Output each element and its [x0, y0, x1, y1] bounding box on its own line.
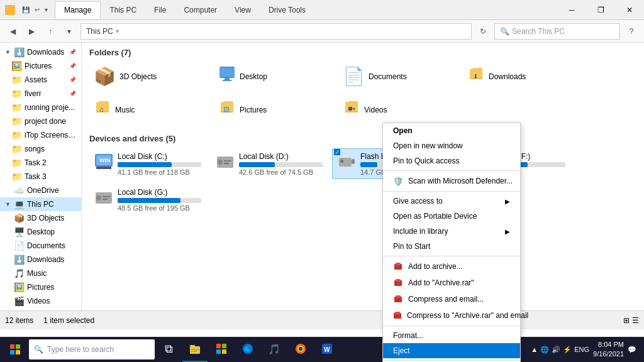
- ctx-format[interactable]: Format...: [383, 328, 520, 343]
- tab-this-pc[interactable]: This PC: [101, 1, 145, 19]
- grid-view-icon[interactable]: ⊞: [623, 316, 630, 325]
- taskbar-edge[interactable]: [235, 337, 260, 362]
- ctx-compress-rar-email[interactable]: Compress to "Archive.rar" and email: [383, 307, 520, 324]
- taskbar-file-explorer[interactable]: [182, 337, 208, 362]
- list-view-icon[interactable]: ☰: [632, 316, 639, 325]
- ctx-format-label: Format...: [393, 331, 423, 340]
- ctx-scan-defender[interactable]: 🛡️ Scan with Microsoft Defender...: [383, 173, 520, 189]
- ctx-include-library[interactable]: Include in library ▶: [383, 224, 520, 239]
- sidebar-item-label: project done: [25, 117, 66, 126]
- ctx-eject[interactable]: Eject: [383, 343, 520, 358]
- ctx-pin-quick[interactable]: Pin to Quick access: [383, 153, 520, 168]
- close-button[interactable]: ✕: [615, 0, 644, 20]
- sidebar-item-pictures2[interactable]: 🖼️ Pictures: [0, 280, 81, 294]
- address-path[interactable]: This PC ▾: [80, 23, 472, 40]
- tab-manage[interactable]: Manage: [55, 1, 101, 19]
- drive-bar-fill-d: [239, 162, 275, 167]
- folder-item-downloads[interactable]: ⬇ Downloads: [463, 62, 582, 90]
- ctx-open[interactable]: Open: [383, 123, 520, 138]
- ctx-compress-email[interactable]: Compress and email...: [383, 291, 520, 307]
- sidebar-item-this-pc[interactable]: ▼ 💻 This PC: [0, 197, 81, 211]
- folder-item-desktop[interactable]: Desktop: [214, 62, 333, 90]
- folder-item-pictures[interactable]: 🖼 Pictures: [214, 96, 333, 124]
- drive-item-c[interactable]: WIN Local Disk (C:) 41.1 GB free of 118 …: [89, 148, 206, 179]
- sidebar-item-assets[interactable]: 📁 Assets 📌: [0, 73, 81, 87]
- sidebar-item-music[interactable]: 🎵 Music: [0, 266, 81, 280]
- sidebar-item-label: Downloads: [27, 255, 64, 264]
- content-area: Folders (7) 📦 3D Objects Desktop 📄 Docum…: [82, 43, 644, 310]
- qa-dropdown[interactable]: ▾: [43, 6, 50, 14]
- back-button[interactable]: ◀: [5, 24, 20, 39]
- taskbar-task-view[interactable]: ⧉: [156, 337, 181, 362]
- folder-item-music[interactable]: ♫ Music: [89, 96, 209, 124]
- taskbar-music[interactable]: 🎵: [262, 337, 287, 362]
- ctx-add-archive-rar[interactable]: Add to "Archive.rar": [383, 275, 520, 291]
- sidebar-item-project-done[interactable]: 📁 project done: [0, 114, 81, 128]
- svg-rect-41: [190, 345, 195, 348]
- sidebar-item-running-proje[interactable]: 📁 running proje...: [0, 101, 81, 114]
- sidebar-item-downloads[interactable]: ▼ ⬇️ Downloads 📌: [0, 45, 81, 59]
- refresh-button[interactable]: ↻: [475, 24, 491, 39]
- recent-button[interactable]: ▾: [62, 24, 77, 39]
- folder-item-documents[interactable]: 📄 Documents: [338, 62, 458, 90]
- drive-item-d[interactable]: Local Disk (D:) 42.6 GB free of 74.5 GB: [211, 148, 327, 179]
- folder-icon: 📄: [14, 241, 25, 251]
- drives-grid: WIN Local Disk (C:) 41.1 GB free of 118 …: [89, 148, 636, 215]
- notification-icon[interactable]: 💬: [628, 346, 636, 354]
- folder-name-downloads: Downloads: [489, 72, 526, 81]
- ctx-open-portable[interactable]: Open as Portable Device: [383, 209, 520, 224]
- help-button[interactable]: ?: [624, 24, 639, 39]
- qa-save[interactable]: 💾: [20, 6, 31, 14]
- ctx-pin-start[interactable]: Pin to Start: [383, 239, 520, 254]
- volume-icon[interactable]: 🔊: [552, 346, 560, 354]
- ctx-arrow-give-access: ▶: [505, 198, 510, 205]
- taskbar-firefox[interactable]: [288, 337, 313, 362]
- search-box[interactable]: 🔍 Search This PC: [494, 23, 620, 40]
- up-button[interactable]: ↑: [43, 24, 58, 39]
- sidebar-item-downloads2[interactable]: ⬇️ Downloads: [0, 253, 81, 266]
- svg-rect-18: [352, 159, 355, 164]
- sidebar-item-pictures[interactable]: 🖼️ Pictures 📌: [0, 59, 81, 73]
- sidebar-item-task3[interactable]: 📁 Task 3: [0, 170, 81, 184]
- sidebar-item-fiverr[interactable]: 📁 fiverr 📌: [0, 87, 81, 101]
- start-button[interactable]: [3, 337, 28, 362]
- tab-computer[interactable]: Computer: [175, 1, 226, 19]
- taskbar-search[interactable]: 🔍 Type here to search: [29, 339, 155, 359]
- taskbar-store[interactable]: [209, 337, 234, 362]
- tab-file[interactable]: File: [145, 1, 175, 19]
- restore-button[interactable]: ❐: [586, 0, 615, 20]
- sidebar-item-itop[interactable]: 📁 iTop Screenshot: [0, 128, 81, 142]
- tab-view[interactable]: View: [226, 1, 260, 19]
- sidebar-item-desktop[interactable]: 🖥️ Desktop: [0, 225, 81, 239]
- ctx-add-archive[interactable]: Add to archive...: [383, 258, 520, 275]
- sidebar-item-onedrive[interactable]: ☁️ OneDrive: [0, 184, 81, 197]
- forward-button[interactable]: ▶: [24, 24, 39, 39]
- minimize-button[interactable]: ─: [557, 0, 586, 20]
- ctx-eject-label: Eject: [393, 346, 410, 355]
- ctx-open-new-window[interactable]: Open in new window: [383, 138, 520, 153]
- sidebar-item-3d[interactable]: 📦 3D Objects: [0, 211, 81, 225]
- ctx-give-access[interactable]: Give access to ▶: [383, 194, 520, 209]
- folder-item-videos[interactable]: Videos: [338, 96, 458, 124]
- sidebar-item-task2[interactable]: 📁 Task 2: [0, 156, 81, 170]
- tab-drive-tools[interactable]: Drive Tools: [260, 1, 314, 19]
- sidebar-item-local-c[interactable]: 💻 Local Disk (C:): [0, 308, 81, 310]
- sidebar-item-label: OneDrive: [27, 186, 59, 195]
- sidebar-item-documents[interactable]: 📄 Documents: [0, 239, 81, 253]
- sidebar-item-songs[interactable]: 📁 songs: [0, 142, 81, 156]
- folder-icon-desktop: [218, 65, 236, 87]
- taskbar-word[interactable]: W: [314, 337, 340, 362]
- ctx-sep-4: [383, 326, 520, 326]
- ctx-include-library-label: Include in library: [393, 227, 448, 236]
- qa-undo[interactable]: ↩: [33, 6, 42, 14]
- folder-item-3d[interactable]: 📦 3D Objects: [89, 62, 209, 90]
- archive-icon-4: [393, 310, 402, 321]
- taskbar-clock[interactable]: 8:04 PM 9/16/2021: [593, 340, 624, 359]
- archive-icon-1: [393, 261, 403, 272]
- sidebar-item-label: 3D Objects: [27, 214, 64, 222]
- svg-point-51: [299, 347, 303, 351]
- drive-item-g[interactable]: Local Disk (G:) 48.5 GB free of 195 GB: [89, 184, 206, 215]
- tray-chevron[interactable]: ▲: [531, 346, 538, 353]
- ctx-sep-1: [383, 170, 520, 171]
- sidebar-item-videos[interactable]: 🎬 Videos: [0, 294, 81, 308]
